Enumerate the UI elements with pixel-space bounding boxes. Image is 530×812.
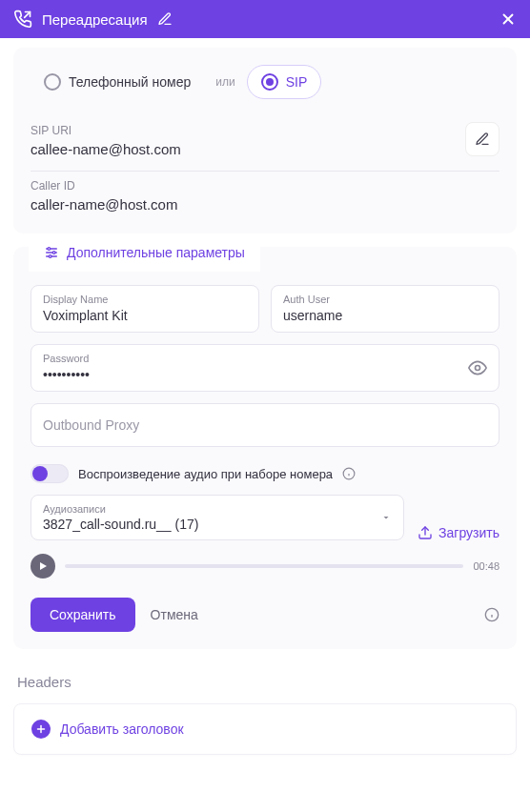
audio-player: 00:48	[31, 554, 499, 579]
sip-uri-value: callee-name@host.com	[31, 141, 499, 157]
upload-button[interactable]: Загрузить	[418, 525, 499, 540]
sip-uri-field: SIP URI callee-name@host.com	[31, 116, 499, 172]
svg-marker-13	[40, 562, 47, 570]
headers-section-title: Headers	[13, 662, 517, 703]
plus-icon	[31, 720, 51, 739]
display-name-label: Display Name	[43, 294, 247, 305]
mode-sip-label: SIP	[286, 74, 308, 90]
advanced-tab[interactable]: Дополнительные параметры	[29, 233, 260, 272]
info-icon[interactable]	[484, 607, 499, 622]
close-icon[interactable]	[499, 10, 517, 28]
audio-track[interactable]	[65, 564, 463, 568]
edit-title-icon[interactable]	[157, 11, 173, 27]
edit-sip-uri-button[interactable]	[465, 122, 499, 156]
outbound-proxy-field[interactable]	[43, 412, 487, 438]
caller-id-label: Caller ID	[31, 179, 499, 193]
svg-point-6	[52, 252, 55, 254]
upload-label: Загрузить	[438, 525, 499, 540]
password-field[interactable]	[43, 367, 487, 382]
auth-user-field[interactable]	[283, 308, 487, 323]
svg-point-7	[49, 255, 51, 258]
radio-icon	[261, 73, 278, 91]
caller-id-field: Caller ID caller-name@host.com	[31, 172, 499, 216]
caller-id-value: caller-name@host.com	[31, 196, 499, 213]
upload-icon	[418, 525, 433, 540]
svg-point-8	[476, 366, 480, 371]
playback-switch-row: Воспроизведение аудио при наборе номера	[31, 464, 499, 483]
password-label: Password	[43, 353, 487, 364]
toggle-password-icon[interactable]	[468, 358, 487, 377]
play-button[interactable]	[31, 554, 55, 579]
save-button[interactable]: Сохранить	[31, 598, 135, 632]
playback-switch[interactable]	[31, 464, 69, 483]
dialog-title: Переадресация	[42, 11, 148, 28]
add-header-label: Добавить заголовок	[60, 721, 184, 737]
audio-duration: 00:48	[473, 560, 499, 572]
audio-select[interactable]: Аудиозаписи 3827_call-sound.ru__ (17)	[31, 495, 404, 540]
auth-user-input[interactable]: Auth User	[271, 285, 499, 333]
chevron-down-icon	[380, 512, 392, 523]
radio-icon	[44, 73, 61, 91]
display-name-field[interactable]	[43, 308, 247, 323]
mode-or-text: или	[215, 75, 234, 89]
mode-phone-label: Телефонный номер	[69, 74, 191, 90]
advanced-tab-label: Дополнительные параметры	[67, 245, 245, 260]
add-header-button[interactable]: Добавить заголовок	[13, 703, 517, 755]
display-name-input[interactable]: Display Name	[31, 285, 259, 333]
mode-option-sip[interactable]: SIP	[247, 65, 322, 99]
auth-user-label: Auth User	[283, 294, 487, 305]
sip-settings-card: Телефонный номер или SIP SIP URI callee-…	[13, 48, 517, 233]
advanced-params-card: Дополнительные параметры Display Name Au…	[13, 247, 517, 649]
audio-select-label: Аудиозаписи	[43, 503, 392, 515]
password-input[interactable]: Password	[31, 344, 499, 392]
dialog-header: Переадресация	[0, 0, 530, 38]
sip-uri-label: SIP URI	[31, 124, 499, 137]
play-icon	[37, 560, 49, 572]
mode-toggle: Телефонный номер или SIP	[31, 65, 499, 99]
svg-point-5	[48, 248, 51, 251]
redirect-icon	[13, 10, 32, 29]
outbound-proxy-input[interactable]	[31, 403, 499, 447]
cancel-button[interactable]: Отмена	[151, 607, 198, 622]
pencil-icon	[475, 132, 490, 147]
mode-option-phone[interactable]: Телефонный номер	[31, 66, 204, 98]
playback-switch-label: Воспроизведение аудио при наборе номера	[78, 467, 333, 481]
info-icon[interactable]	[342, 467, 356, 480]
sliders-icon	[44, 245, 59, 260]
audio-selected-value: 3827_call-sound.ru__ (17)	[43, 517, 392, 532]
